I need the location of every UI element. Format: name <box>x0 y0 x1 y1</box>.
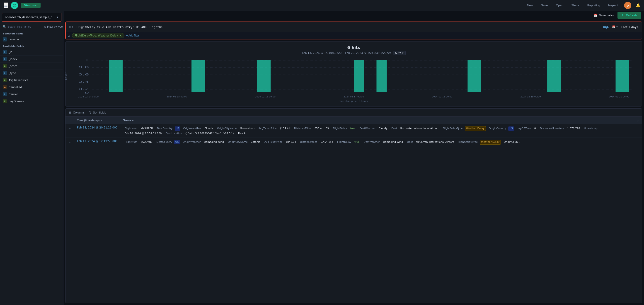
x-label-5: 2024-02-18 00:00 <box>432 96 452 98</box>
field-name: _type <box>8 72 16 75</box>
index-selector[interactable]: opensearch_dashboards_sample_data_flight… <box>2 13 62 22</box>
inspect-button[interactable]: Inspect <box>606 3 620 8</box>
field-name: Carrier <box>8 93 18 96</box>
expand-col-header <box>66 117 74 124</box>
x-label-1: 2024-02-14 00:00 <box>78 96 98 98</box>
y-axis-label: Count <box>64 72 68 80</box>
open-button[interactable]: Open <box>554 3 565 8</box>
svg-rect-15 <box>354 60 364 92</box>
x-label-6: 2024-02-19 00:00 <box>520 96 541 98</box>
chevron-down-icon: ▾ <box>402 52 404 54</box>
time-col-header: Time (timestamp) ▾ <box>74 117 120 124</box>
filter-pill-remove-button[interactable]: ✕ <box>120 34 122 37</box>
chart-x-label: timestamp per 3 hours <box>69 100 638 103</box>
app-badge: Discover <box>21 3 40 8</box>
data-source-icon-button[interactable]: ⊞ ▾ <box>68 24 74 30</box>
svg-text:0.6: 0.6 <box>78 73 89 76</box>
share-button[interactable]: Share <box>570 3 581 8</box>
columns-button[interactable]: ⊟ Columns <box>69 111 84 114</box>
time-range: Last 7 days <box>620 24 640 30</box>
field-item-id[interactable]: t _id <box>0 49 63 56</box>
row-expand-button[interactable]: ⌄ <box>68 126 72 130</box>
field-item-score[interactable]: # _score <box>0 63 63 70</box>
field-name: dayOfWeek <box>8 100 24 103</box>
filter-row: ⊙ FlightDelayType: Weather Delay ✕ + Add… <box>66 32 642 39</box>
svg-text:0: 0 <box>85 91 89 94</box>
row-time: Feb 18, 2024 @ 20:51:11.000 <box>74 124 120 138</box>
query-input[interactable] <box>76 26 600 29</box>
row-source: FlightNumZSU5VN6 DestCountryUS OriginWea… <box>120 138 642 147</box>
add-filter-button[interactable]: + Add filter <box>126 34 139 37</box>
svg-text:0.2: 0.2 <box>78 88 89 91</box>
svg-text:0.8: 0.8 <box>78 66 89 69</box>
show-dates-button[interactable]: 📅 Show dates <box>594 14 614 17</box>
field-type-badge: t <box>3 57 7 61</box>
sort-fields-button[interactable]: ⇅ Sort fields <box>89 111 106 114</box>
field-item-carrier[interactable]: t Carrier <box>0 91 63 98</box>
field-name: _id <box>8 50 12 54</box>
row-source: FlightNumMK3HAEU DestCountryUS OriginWea… <box>120 124 642 138</box>
nav-actions: New Save Open Share Reporting Inspect o … <box>525 2 640 9</box>
app-logo: ◎ <box>11 2 18 9</box>
field-name: _score <box>8 64 17 68</box>
field-item-cancelled[interactable]: ◉ Cancelled <box>0 84 63 91</box>
svg-text:1: 1 <box>85 58 89 62</box>
new-button[interactable]: New <box>525 3 535 8</box>
field-type-badge-t: t <box>3 38 7 42</box>
row-expand-button[interactable]: ⌄ <box>68 140 72 144</box>
hits-count: 6 hits <box>259 45 448 50</box>
sidebar: opensearch_dashboards_sample_data_flight… <box>0 11 64 305</box>
row-icon-cell: ⌄ <box>66 124 74 138</box>
hamburger-button[interactable]: ☰ <box>4 2 8 8</box>
active-filter-pill[interactable]: FlightDelayType: Weather Delay ✕ <box>72 33 124 38</box>
query-row: ⊞ ▾ DQL 📅 ▾ Last 7 days <box>66 22 642 32</box>
source-col-header: Source ⌄ <box>120 117 642 124</box>
calendar-icon: 📅 <box>612 26 616 28</box>
chart-area: Count 1 0.8 0.6 0.4 0.2 0 <box>69 58 638 99</box>
refresh-button[interactable]: ↻ Refresh <box>618 12 641 19</box>
field-item-source[interactable]: t _source <box>0 36 63 43</box>
chart-svg: 1 0.8 0.6 0.4 0.2 0 <box>69 58 638 94</box>
calendar-button[interactable]: 📅 ▾ <box>612 26 618 28</box>
field-item-dayofweek[interactable]: # dayOfWeek <box>0 98 63 105</box>
dql-button[interactable]: DQL <box>602 25 610 29</box>
x-label-4: 2024-02-17 00:00 <box>344 96 364 98</box>
x-label-7: 2024-02-20 00:00 <box>609 96 629 98</box>
avatar[interactable]: o <box>624 2 631 9</box>
svg-rect-12 <box>109 60 122 92</box>
field-item-index[interactable]: t _index <box>0 56 63 63</box>
refresh-icon: ↻ <box>622 14 624 17</box>
field-type-badge: ◉ <box>3 85 7 89</box>
field-type-badge: t <box>3 92 7 96</box>
save-button[interactable]: Save <box>539 3 550 8</box>
date-range-label: Feb 13, 2024 @ 15:40:49.555 - Feb 20, 20… <box>69 51 638 55</box>
columns-icon: ⊟ <box>69 111 72 114</box>
chart-panel: 6 hits Feb 13, 2024 @ 15:40:49.555 - Feb… <box>65 41 642 106</box>
field-item-avgticketprice[interactable]: # AvgTicketPrice <box>0 77 63 84</box>
database-icon: ⊞ <box>68 26 71 28</box>
sort-icon: ⇅ <box>89 111 92 114</box>
svg-rect-19 <box>616 60 629 92</box>
field-name: _index <box>8 58 18 61</box>
filter-toggle-icon[interactable]: ⊙ <box>68 34 70 38</box>
field-type-badge: # <box>3 78 7 82</box>
field-type-badge-hash: # <box>3 64 7 68</box>
field-name: AvgTicketPrice <box>8 79 28 82</box>
chevron-down-icon: ▾ <box>57 16 58 19</box>
top-nav: ☰ ◎ Discover New Save Open Share Reporti… <box>0 0 644 11</box>
auto-select-button[interactable]: Auto ▾ <box>393 51 406 55</box>
bell-icon[interactable]: 🔔 <box>636 3 640 8</box>
search-input[interactable] <box>8 25 42 28</box>
filter-by-type-button[interactable]: ⊕ Filter by type 3 <box>43 25 64 29</box>
filter-icon: ⊕ <box>44 25 46 28</box>
reporting-button[interactable]: Reporting <box>586 3 602 8</box>
table-row: ⌄ Feb 18, 2024 @ 20:51:11.000 FlightNumM… <box>66 124 642 138</box>
secondary-toolbar: 📅 Show dates ↻ Refresh <box>64 11 644 20</box>
source-expand-button[interactable]: ⌄ <box>636 118 639 122</box>
x-label-2: 2024-02-15 00:00 <box>166 96 187 98</box>
field-name: _source <box>8 38 19 41</box>
time-sort-button[interactable]: Time (timestamp) ▾ <box>77 119 102 122</box>
field-item-type[interactable]: t _type <box>0 70 63 77</box>
filter-pill-label: FlightDelayType: Weather Delay <box>74 34 118 37</box>
table-row: ⌄ Feb 17, 2024 @ 12:19:55.000 FlightNumZ… <box>66 138 642 147</box>
